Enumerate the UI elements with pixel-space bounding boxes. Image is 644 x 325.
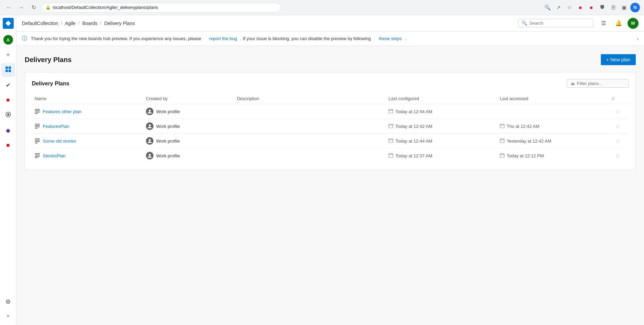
last-accessed-text-1: Thu at 12:42 AM <box>507 124 539 129</box>
app-logo[interactable] <box>3 18 14 29</box>
plan-name-text-0: Features other plan <box>43 109 82 114</box>
created-by-cell-1: Work profile <box>143 119 234 134</box>
sidebar-item-new[interactable]: + <box>1 48 15 62</box>
svg-rect-33 <box>389 139 393 143</box>
svg-point-5 <box>7 113 9 116</box>
bookmark-icon[interactable]: ☆ <box>565 3 574 12</box>
expand-icon: » <box>7 313 9 318</box>
star-cell-1[interactable]: ☆ <box>608 119 629 134</box>
breadcrumb: DefaultCollection / Agile / Boards / Del… <box>22 21 518 26</box>
main-area: DefaultCollection / Agile / Boards / Del… <box>16 15 644 325</box>
check-icon: ✔ <box>6 82 11 89</box>
svg-rect-15 <box>35 124 40 124</box>
star-button-2[interactable]: ☆ <box>615 138 620 144</box>
new-plan-button[interactable]: + New plan <box>601 54 636 65</box>
sidebar-item-tasks[interactable]: ✔ <box>1 78 15 92</box>
description-cell-1 <box>234 119 386 134</box>
star-button-3[interactable]: ☆ <box>615 153 620 159</box>
filter-input[interactable] <box>577 81 625 86</box>
star-button-0[interactable]: ☆ <box>615 108 620 115</box>
these-steps-link[interactable]: these steps <box>379 36 402 41</box>
svg-rect-42 <box>35 155 40 155</box>
breadcrumb-sep-1: / <box>61 21 62 26</box>
address-bar[interactable]: 🔒 localhost/DefaultCollection/Agile/_del… <box>41 3 281 12</box>
user-avatar: A <box>3 35 13 45</box>
star-cell-3[interactable]: ☆ <box>608 148 629 163</box>
breadcrumb-defaultcollection[interactable]: DefaultCollection <box>22 21 58 26</box>
nav-profile-avatar[interactable]: W <box>628 18 639 29</box>
created-by-text-3: Work profile <box>156 153 180 158</box>
table-header: Name Created by Description Last configu… <box>32 93 629 104</box>
last-accessed-cell-0 <box>497 104 608 119</box>
search-input[interactable] <box>529 21 590 26</box>
breadcrumb-sep-3: / <box>100 21 102 26</box>
filter-icon: ⏏ <box>571 81 575 86</box>
filter-box[interactable]: ⏏ <box>567 79 629 88</box>
last-configured-cell-2: Today at 12:44 AM <box>386 134 497 148</box>
access-clock-icon-2 <box>500 138 505 144</box>
warning-icon: ■ <box>6 97 10 104</box>
settings-button[interactable]: ⚙ <box>1 295 15 309</box>
list-icon[interactable]: ☰ <box>597 17 610 29</box>
svg-rect-44 <box>35 157 38 158</box>
repo-icon <box>5 111 11 119</box>
banner-text-after: . <box>405 36 407 41</box>
zoom-icon[interactable]: 🔍 <box>543 3 552 12</box>
col-header-last-configured: Last configured <box>386 93 497 104</box>
star-button-1[interactable]: ☆ <box>615 123 620 130</box>
page-title: Delivery Plans <box>25 56 72 64</box>
last-configured-cell-0: Today at 12:44 AM <box>386 104 497 119</box>
plan-name-cell-3[interactable]: StoriesPlan <box>32 148 143 163</box>
svg-rect-8 <box>35 112 40 112</box>
sidebar-item-boards[interactable] <box>1 63 15 77</box>
boards-icon <box>5 66 11 74</box>
browser-profile-avatar[interactable]: N <box>630 3 640 12</box>
banner-text-middle: . If your issue is blocking, you can dis… <box>240 36 371 41</box>
pip-icon[interactable]: ▣ <box>619 3 629 12</box>
plan-name-cell-2[interactable]: Some old stories <box>32 134 143 148</box>
col-header-star: ☆ <box>608 93 629 104</box>
forward-button[interactable]: → <box>16 3 26 12</box>
search-box[interactable]: 🔍 <box>518 19 593 27</box>
svg-rect-18 <box>35 128 38 129</box>
url-text: localhost/DefaultCollection/Agile/_deliv… <box>53 5 158 10</box>
svg-rect-28 <box>35 139 40 139</box>
sidebar-item-artifacts[interactable]: ■ <box>1 139 15 152</box>
user-avatar-small-0 <box>146 108 153 115</box>
svg-rect-41 <box>35 153 40 154</box>
sidebar-item-avatar[interactable]: A <box>1 33 15 47</box>
content-area: Delivery Plans + New plan Delivery Plans… <box>16 46 644 325</box>
refresh-button[interactable]: ↻ <box>29 3 38 12</box>
plans-card: Delivery Plans ⏏ Name Created by Descrip… <box>25 72 636 170</box>
svg-rect-50 <box>500 154 504 157</box>
created-by-text-0: Work profile <box>156 109 180 114</box>
extensions-icon[interactable]: ⛊ <box>597 3 607 12</box>
sidebar-item-alerts[interactable]: ■ <box>1 93 15 107</box>
sidebar-item-pipelines[interactable]: ◆ <box>1 123 15 137</box>
last-configured-cell-3: Today at 12:37 AM <box>386 148 497 163</box>
plan-icon-3 <box>35 153 40 159</box>
breadcrumb-agile[interactable]: Agile <box>65 21 75 26</box>
breadcrumb-boards[interactable]: Boards <box>82 21 97 26</box>
star-cell-0[interactable]: ☆ <box>608 104 629 119</box>
star-cell-2[interactable]: ☆ <box>608 134 629 148</box>
plan-name-cell-0[interactable]: Features other plan <box>32 104 143 119</box>
plan-name-text-3: StoriesPlan <box>43 153 65 158</box>
share-icon[interactable]: ↗ <box>554 3 563 12</box>
svg-rect-20 <box>389 124 393 128</box>
expand-button[interactable]: » <box>1 309 15 322</box>
bell-icon[interactable]: 🔔 <box>612 17 625 29</box>
plan-icon-2 <box>35 138 40 144</box>
last-configured-text-0: Today at 12:44 AM <box>395 109 432 114</box>
sidebar-bottom: ⚙ » <box>1 295 15 322</box>
svg-rect-16 <box>35 125 40 126</box>
banner-dismiss-button[interactable]: › <box>637 36 639 41</box>
back-button[interactable]: ← <box>4 3 14 12</box>
ext1-icon[interactable]: ■ <box>575 3 585 12</box>
ext2-icon[interactable]: ■ <box>586 3 596 12</box>
plan-name-cell-1[interactable]: FeaturesPlan <box>32 119 143 134</box>
flask-icon: ◆ <box>6 127 10 134</box>
queue-icon[interactable]: ☰ <box>608 3 618 12</box>
report-bug-link[interactable]: report the bug <box>209 36 237 41</box>
sidebar-item-repos[interactable] <box>1 108 15 122</box>
